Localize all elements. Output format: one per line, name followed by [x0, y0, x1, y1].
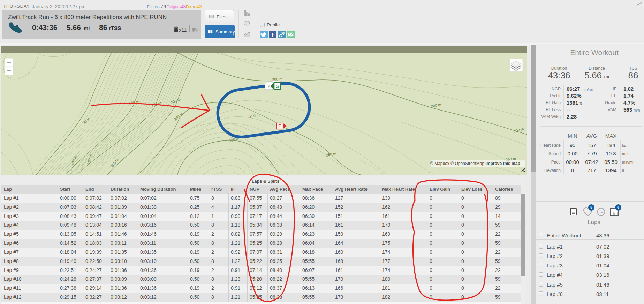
svg-text:2: 2 — [267, 84, 270, 89]
svg-text:© Mapbox © OpenStreetMap Impro: © Mapbox © OpenStreetMap Improve this ma… — [430, 161, 520, 166]
svg-text:F: F — [278, 124, 281, 129]
svg-text:S: S — [276, 84, 279, 89]
